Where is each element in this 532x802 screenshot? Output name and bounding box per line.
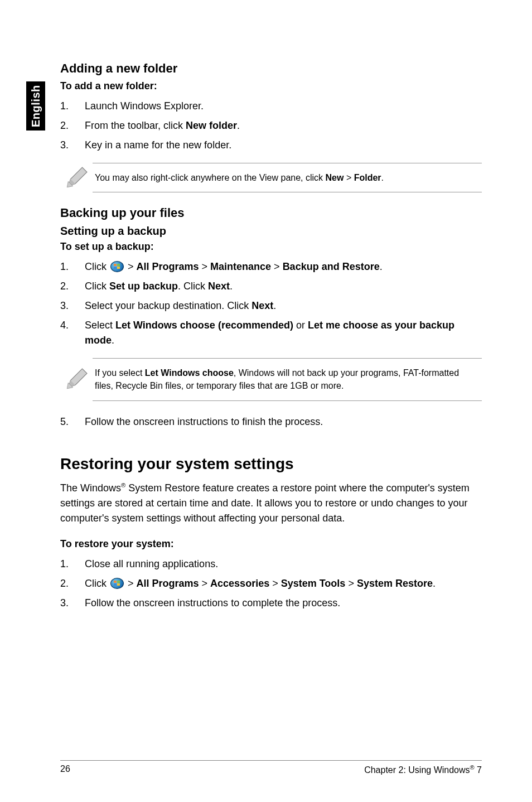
step-number: 3. <box>60 138 85 153</box>
text-fragment: 7 <box>475 765 482 775</box>
text-bold: Let Windows choose (recommended) <box>115 320 293 331</box>
page-footer: 26 Chapter 2: Using Windows® 7 <box>60 760 482 775</box>
text-bold: New folder <box>186 120 237 131</box>
text-fragment: . <box>273 300 276 311</box>
windows-start-icon <box>110 578 124 589</box>
heading-restore: Restoring your system settings <box>60 455 482 473</box>
text-fragment: Click <box>85 578 109 589</box>
text-bold: Let Windows choose <box>145 368 234 378</box>
pencil-icon <box>60 166 93 190</box>
registered-mark: ® <box>470 764 475 771</box>
step-text: Click Set up backup. Click Next. <box>85 279 482 294</box>
list-item: 3. Follow the onscreen instructions to c… <box>60 596 482 611</box>
step-number: 2. <box>60 118 85 133</box>
text-bold: Accessories <box>210 578 269 589</box>
text-fragment: . Click <box>178 281 208 292</box>
text-bold: System Restore <box>357 578 433 589</box>
text-fragment: Chapter 2: Using Windows <box>364 765 470 775</box>
text-bold: System Tools <box>281 578 346 589</box>
note-box: If you select Let Windows choose, Window… <box>60 358 482 400</box>
windows-start-icon <box>110 261 124 272</box>
text-bold: Set up backup <box>109 281 178 292</box>
subheading-setting-backup: Setting up a backup <box>60 225 482 238</box>
text-bold: Folder <box>354 173 381 182</box>
text-fragment: Click <box>85 281 109 292</box>
text-fragment: > <box>344 173 354 182</box>
step-text: Select Let Windows choose (recommended) … <box>85 318 482 348</box>
step-number: 2. <box>60 279 85 294</box>
text-fragment: Select your backup destination. Click <box>85 300 252 311</box>
list-item: 1. Close all running applications. <box>60 557 482 572</box>
step-text: Click > All Programs > Accessories > Sys… <box>85 576 482 591</box>
text-fragment: . <box>237 120 240 131</box>
text-fragment: . <box>433 578 436 589</box>
step-number: 4. <box>60 318 85 348</box>
registered-mark: ® <box>121 482 125 489</box>
note-text: You may also right-click anywhere on the… <box>93 163 482 192</box>
text-fragment: > <box>125 578 137 589</box>
text-fragment: . <box>230 281 233 292</box>
pencil-icon <box>60 368 93 391</box>
text-fragment: Click <box>85 261 109 272</box>
step-number: 1. <box>60 99 85 114</box>
text-fragment: You may also right-click anywhere on the… <box>95 173 326 182</box>
lead-restore: To restore your system: <box>60 538 482 550</box>
step-text: Key in a name for the new folder. <box>85 138 482 153</box>
list-item: 2. Click Set up backup. Click Next. <box>60 279 482 294</box>
heading-backup: Backing up your files <box>60 206 482 220</box>
lead-backup: To set up a backup: <box>60 241 482 253</box>
text-fragment: . <box>380 261 383 272</box>
text-bold: Backup and Restore <box>283 261 380 272</box>
step-text: Follow the onscreen instructions to comp… <box>85 596 482 611</box>
step-number: 1. <box>60 557 85 572</box>
step-number: 1. <box>60 259 85 274</box>
step-number: 3. <box>60 298 85 313</box>
text-fragment: > <box>269 578 281 589</box>
text-fragment: or <box>293 320 308 331</box>
list-item: 3. Key in a name for the new folder. <box>60 138 482 153</box>
lead-add-folder: To add a new folder: <box>60 80 482 92</box>
step-text: Click > All Programs > Maintenance > Bac… <box>85 259 482 274</box>
heading-adding-folder: Adding a new folder <box>60 61 482 76</box>
text-bold: Maintenance <box>210 261 271 272</box>
step-text: Close all running applications. <box>85 557 482 572</box>
text-bold: All Programs <box>137 261 199 272</box>
text-fragment: If you select <box>95 368 145 378</box>
steps-backup: 1. Click > All Programs > Maintenance > … <box>60 259 482 348</box>
restore-body: The Windows® System Restore feature crea… <box>60 481 482 526</box>
list-item: 4. Select Let Windows choose (recommende… <box>60 318 482 348</box>
text-fragment: > <box>199 261 211 272</box>
list-item: 1. Click > All Programs > Maintenance > … <box>60 259 482 274</box>
text-bold: Next <box>252 300 273 311</box>
list-item: 3. Select your backup destination. Click… <box>60 298 482 313</box>
text-fragment: > <box>199 578 211 589</box>
page-content: Adding a new folder To add a new folder:… <box>0 0 532 611</box>
text-fragment: . <box>381 173 384 182</box>
page-number: 26 <box>60 764 70 775</box>
note-text: If you select Let Windows choose, Window… <box>93 358 482 400</box>
list-item: 5. Follow the onscreen instructions to f… <box>60 414 482 429</box>
step-text: From the toolbar, click New folder. <box>85 118 482 133</box>
step-text: Follow the onscreen instructions to fini… <box>85 414 482 429</box>
text-fragment: . <box>112 335 114 346</box>
text-fragment: > <box>271 261 283 272</box>
step-number: 5. <box>60 414 85 429</box>
step-number: 3. <box>60 596 85 611</box>
list-item: 2. From the toolbar, click New folder. <box>60 118 482 133</box>
steps-restore: 1. Close all running applications. 2. Cl… <box>60 557 482 611</box>
text-bold: New <box>326 173 344 182</box>
text-fragment: > <box>125 261 137 272</box>
step-number: 2. <box>60 576 85 591</box>
text-fragment: > <box>345 578 357 589</box>
text-bold: Next <box>208 281 230 292</box>
text-fragment: The Windows <box>60 482 121 494</box>
chapter-label: Chapter 2: Using Windows® 7 <box>364 764 482 775</box>
step-text: Launch Windows Explorer. <box>85 99 482 114</box>
step-text: Select your backup destination. Click Ne… <box>85 298 482 313</box>
steps-backup-cont: 5. Follow the onscreen instructions to f… <box>60 414 482 429</box>
list-item: 1. Launch Windows Explorer. <box>60 99 482 114</box>
text-bold: All Programs <box>137 578 199 589</box>
text-fragment: Select <box>85 320 115 331</box>
steps-add-folder: 1. Launch Windows Explorer. 2. From the … <box>60 99 482 153</box>
note-box: You may also right-click anywhere on the… <box>60 163 482 192</box>
